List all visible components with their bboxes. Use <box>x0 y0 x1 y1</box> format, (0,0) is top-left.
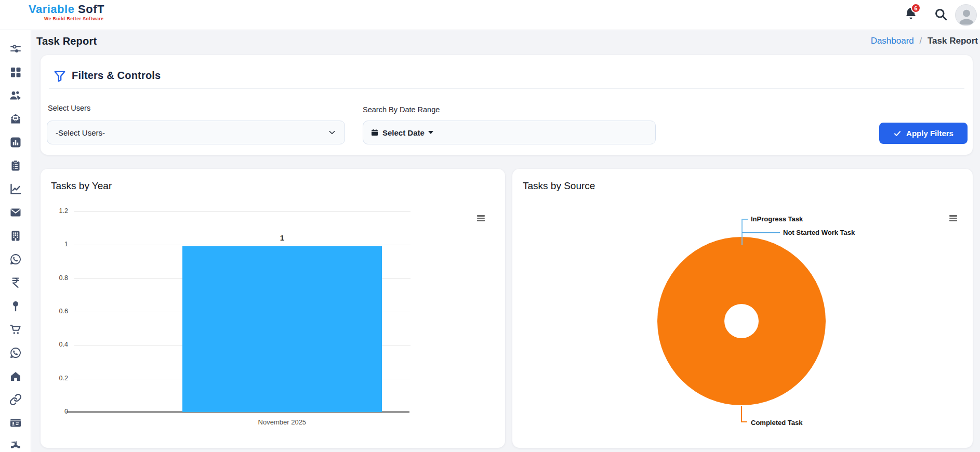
logo-tagline: We Build Better Software <box>29 17 104 21</box>
logo-main-text: Variable <box>29 3 74 16</box>
tasks-by-year-card: Tasks by Year 00.20.40.60.811.21November… <box>41 169 505 448</box>
pie-label-completed: Completed Task <box>751 419 802 427</box>
rupee-icon[interactable] <box>9 276 22 289</box>
chevron-down-icon <box>328 128 336 137</box>
sliders-icon[interactable] <box>9 43 22 55</box>
select-users-label: Select Users <box>48 104 90 112</box>
bar-chart-icon[interactable] <box>9 136 22 149</box>
breadcrumb-current: Task Report <box>928 36 978 46</box>
page-title: Task Report <box>36 35 97 47</box>
users-gear-icon[interactable] <box>9 89 22 102</box>
apply-filters-label: Apply Filters <box>906 129 953 138</box>
date-range-label: Search By Date Range <box>363 105 440 114</box>
chart-menu-icon[interactable] <box>949 214 958 222</box>
x-axis-category-label: November 2025 <box>235 418 329 426</box>
grid-icon[interactable] <box>9 66 22 78</box>
title-row: Task Report Dashboard / Task Report <box>31 30 980 53</box>
sidebar-nav <box>0 30 31 452</box>
cart-icon[interactable] <box>9 323 22 336</box>
connector-not-started <box>742 232 780 233</box>
date-range-picker[interactable]: Select Date <box>363 121 656 144</box>
check-icon <box>893 129 902 138</box>
filters-panel: Filters & Controls Select Users Search B… <box>41 55 973 155</box>
y-tick-label: 0 <box>41 408 68 415</box>
whatsapp-icon-2[interactable] <box>9 347 22 359</box>
app-logo[interactable]: Variable SofT We Build Better Software <box>29 4 104 21</box>
divider <box>49 88 964 89</box>
bar-chart-plot: 00.20.40.60.811.21November 2025 <box>41 169 505 448</box>
bar-value-label: 1 <box>267 233 298 242</box>
search-icon <box>934 14 948 23</box>
id-card-icon[interactable] <box>9 417 22 429</box>
y-tick-label: 1 <box>41 241 68 248</box>
caret-down-icon <box>428 131 433 134</box>
breadcrumb: Dashboard / Task Report <box>871 36 978 46</box>
pie-label-inprogress: InProgress Task <box>751 215 803 223</box>
filter-funnel-icon <box>53 69 67 83</box>
filters-heading: Filters & Controls <box>72 70 161 82</box>
y-tick-label: 0.6 <box>41 308 68 315</box>
gridline <box>74 245 410 245</box>
connector-inprogress-tick <box>741 219 748 220</box>
person-icon <box>956 5 977 26</box>
date-range-value: Select Date <box>382 128 425 137</box>
y-tick-label: 0.2 <box>41 375 68 382</box>
tasks-by-source-card: Tasks by Source InProgress Task Not Star… <box>512 169 973 448</box>
gridline <box>74 211 410 212</box>
notifications-button[interactable]: 6 <box>904 6 920 23</box>
apply-filters-button[interactable]: Apply Filters <box>879 123 968 144</box>
calendar-icon <box>370 128 379 137</box>
donut-hole <box>724 304 759 338</box>
user-avatar[interactable] <box>955 4 977 26</box>
link-icon[interactable] <box>9 393 22 406</box>
clipboard-icon[interactable] <box>9 159 22 172</box>
line-chart-icon[interactable] <box>9 183 22 195</box>
bar-november-2025 <box>182 246 382 412</box>
whatsapp-icon[interactable] <box>9 253 22 265</box>
connector-completed-tick <box>741 421 747 422</box>
pie-chart-title: Tasks by Source <box>523 180 595 192</box>
app-header: Variable SofT We Build Better Software 6 <box>0 0 980 30</box>
logo-accent-text: SofT <box>78 3 104 16</box>
building-icon[interactable] <box>9 230 22 242</box>
y-tick-label: 0.4 <box>41 341 68 348</box>
envelope-icon[interactable] <box>9 206 22 219</box>
bell-icon <box>904 14 918 22</box>
y-tick-label: 0.8 <box>41 274 68 282</box>
map-pin-icon[interactable] <box>9 300 22 312</box>
connector-completed <box>741 406 742 422</box>
select-users-dropdown[interactable]: -Select Users- <box>47 121 345 144</box>
search-button[interactable] <box>934 7 950 24</box>
home-icon[interactable] <box>9 370 22 382</box>
breadcrumb-separator: / <box>920 36 922 46</box>
notification-badge: 6 <box>911 3 921 13</box>
breadcrumb-dashboard-link[interactable]: Dashboard <box>871 36 914 46</box>
y-tick-label: 1.2 <box>41 207 68 215</box>
select-users-value: -Select Users- <box>56 128 105 137</box>
faucet-icon[interactable] <box>9 440 22 452</box>
envelope-open-icon[interactable] <box>9 113 22 125</box>
pie-label-not-started: Not Started Work Task <box>783 229 855 236</box>
